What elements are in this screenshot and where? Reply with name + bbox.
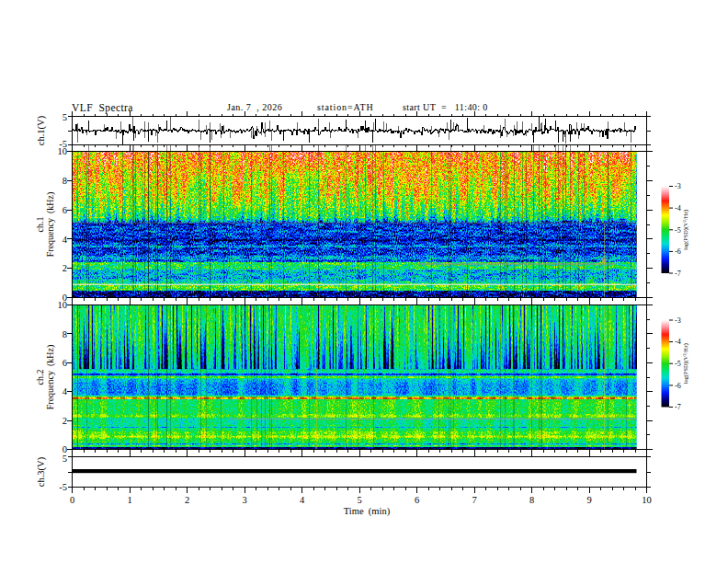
svg-text:3: 3 (242, 495, 246, 505)
svg-text:Time (min): Time (min) (344, 506, 391, 517)
svg-text:-5: -5 (59, 482, 67, 492)
svg-text:-7: -7 (675, 270, 681, 278)
svg-text:-7: -7 (675, 403, 681, 411)
svg-text:start UT = 11:40: 0: start UT = 11:40: 0 (403, 102, 488, 112)
svg-text:5: 5 (63, 112, 67, 122)
svg-text:0: 0 (63, 444, 67, 454)
svg-text:ch.1: ch.1 (35, 217, 45, 233)
svg-text:ch.3(V): ch.3(V) (36, 456, 47, 487)
svg-text:-5: -5 (675, 360, 681, 368)
svg-text:4: 4 (63, 386, 68, 396)
svg-text:5: 5 (357, 495, 361, 505)
svg-text:-5: -5 (675, 226, 681, 235)
svg-text:2: 2 (63, 416, 67, 426)
svg-text:7: 7 (472, 495, 476, 505)
svg-text:-6: -6 (675, 247, 681, 256)
svg-text:-3: -3 (675, 182, 681, 190)
svg-text:VLF Spectra: VLF Spectra (72, 102, 133, 114)
svg-text:5: 5 (63, 454, 67, 464)
svg-text:2: 2 (63, 263, 67, 273)
svg-text:10: 10 (58, 300, 68, 310)
svg-text:-4: -4 (675, 338, 681, 346)
svg-text:log(PSD)(V2/Hz): log(PSD)(V2/Hz) (682, 343, 689, 384)
svg-text:6: 6 (63, 358, 67, 368)
svg-text:8: 8 (63, 329, 67, 339)
svg-text:Frequency (kHz): Frequency (kHz) (45, 345, 56, 410)
svg-text:10: 10 (58, 146, 68, 156)
svg-text:8: 8 (63, 176, 67, 186)
svg-text:8: 8 (529, 495, 534, 505)
svg-text:-3: -3 (675, 316, 681, 325)
svg-text:10: 10 (642, 495, 652, 505)
svg-text:2: 2 (185, 495, 189, 505)
svg-text:4: 4 (300, 495, 305, 505)
svg-text:9: 9 (586, 495, 591, 505)
svg-text:1: 1 (127, 495, 131, 505)
svg-text:-4: -4 (675, 204, 681, 213)
svg-text:ch.1(V): ch.1(V) (36, 115, 47, 145)
svg-text:ch.2: ch.2 (35, 370, 45, 385)
svg-text:6: 6 (415, 495, 419, 505)
svg-text:Jan. 7 , 2026: Jan. 7 , 2026 (227, 102, 282, 112)
svg-text:station=ATH: station=ATH (317, 102, 374, 112)
svg-text:0: 0 (70, 495, 74, 505)
svg-text:-6: -6 (675, 382, 681, 390)
svg-text:log(PSD)(V2/Hz): log(PSD)(V2/Hz) (682, 210, 689, 250)
svg-text:4: 4 (63, 235, 68, 245)
svg-text:6: 6 (63, 205, 67, 215)
svg-text:Frequency (kHz): Frequency (kHz) (45, 192, 56, 258)
